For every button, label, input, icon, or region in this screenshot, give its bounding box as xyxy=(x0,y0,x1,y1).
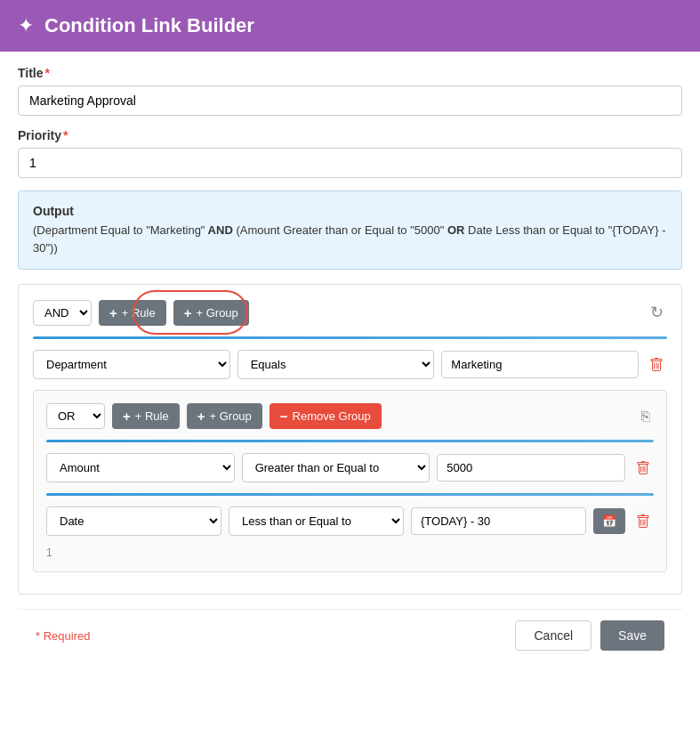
outer-blue-line xyxy=(33,336,667,339)
delete-department-rule-button[interactable] xyxy=(646,354,667,376)
delete-amount-rule-button[interactable] xyxy=(632,457,654,479)
app-icon: ✦ xyxy=(18,14,34,37)
inner-add-rule-label: + Rule xyxy=(135,409,169,423)
main-content: Title* Priority* Output (Department Equa… xyxy=(0,52,700,676)
inner-add-group-button[interactable]: + Group xyxy=(187,403,262,429)
amount-operator-select[interactable]: Greater than or Equal to Equals Less tha… xyxy=(242,453,430,482)
inner-toolbar-row: OR AND + Rule + Group Remove Group ⎘ xyxy=(46,403,654,429)
date-operator-select[interactable]: Less than or Equal to Equals Greater tha… xyxy=(229,506,404,536)
priority-input[interactable] xyxy=(18,148,682,178)
calendar-button[interactable]: 📅 xyxy=(593,508,625,534)
output-box: Output (Department Equal to "Marketing" … xyxy=(18,190,682,270)
title-label: Title* xyxy=(18,66,682,80)
add-group-label: + Group xyxy=(196,306,237,320)
inner-add-rule-button[interactable]: + Rule xyxy=(112,403,180,429)
outer-toolbar-row: AND OR + Rule + Group ↻ xyxy=(33,299,667,326)
footer: * Required Cancel Save xyxy=(18,609,682,661)
nested-group: OR AND + Rule + Group Remove Group ⎘ xyxy=(33,390,667,572)
date-rule-row: Date Department Amount Less than or Equa… xyxy=(46,506,654,536)
trash-icon-date xyxy=(636,514,650,529)
add-rule-label: + Rule xyxy=(122,306,156,320)
remove-group-label: Remove Group xyxy=(293,409,371,423)
output-part2: (Amount Greater than or Equal to "5000" xyxy=(236,223,444,237)
title-input[interactable] xyxy=(18,85,682,116)
amount-rule-row: Amount Department Date Greater than or E… xyxy=(46,453,654,482)
outer-logic-select[interactable]: AND OR xyxy=(33,300,92,326)
priority-group: Priority* xyxy=(18,128,682,178)
title-required-star: * xyxy=(45,66,50,80)
remove-group-button[interactable]: Remove Group xyxy=(270,403,382,429)
department-operator-select[interactable]: Equals Greater than or Equal to Less tha… xyxy=(237,350,435,379)
trash-icon-amount xyxy=(636,461,650,475)
output-or: OR xyxy=(444,223,468,237)
inner-blue-line xyxy=(46,440,654,442)
cancel-button[interactable]: Cancel xyxy=(515,620,591,651)
footer-buttons: Cancel Save xyxy=(515,620,664,651)
output-label: Output xyxy=(33,204,667,218)
delete-date-rule-button[interactable] xyxy=(632,511,654,532)
copy-group-button[interactable]: ⎘ xyxy=(638,405,654,428)
department-rule-row: Department Amount Date Equals Greater th… xyxy=(33,350,667,379)
amount-field-select[interactable]: Amount Department Date xyxy=(46,453,235,482)
inner-blue-line-2 xyxy=(46,493,654,496)
title-group: Title* xyxy=(18,66,682,116)
required-note: * Required xyxy=(36,629,90,643)
inner-add-group-label: + Group xyxy=(209,409,251,423)
priority-required-star: * xyxy=(63,128,68,142)
date-value-input[interactable] xyxy=(411,507,586,535)
add-group-button[interactable]: + Group xyxy=(173,300,249,326)
add-rule-button[interactable]: + Rule xyxy=(99,300,166,326)
header: ✦ Condition Link Builder xyxy=(0,0,700,52)
output-part1: (Department Equal to "Marketing" xyxy=(33,223,205,237)
page-number: 1 xyxy=(46,547,654,559)
output-and: AND xyxy=(205,223,236,237)
refresh-button[interactable]: ↻ xyxy=(647,299,667,326)
department-value-input[interactable] xyxy=(441,351,639,378)
page-title: Condition Link Builder xyxy=(44,14,254,37)
date-field-select[interactable]: Date Department Amount xyxy=(46,506,221,536)
department-field-select[interactable]: Department Amount Date xyxy=(33,350,230,379)
trash-icon xyxy=(649,358,664,372)
save-button[interactable]: Save xyxy=(600,620,664,651)
inner-logic-select[interactable]: OR AND xyxy=(46,403,105,429)
priority-label: Priority* xyxy=(18,128,682,142)
amount-value-input[interactable] xyxy=(437,454,625,482)
builder-container: AND OR + Rule + Group ↻ Department Amoun… xyxy=(18,284,682,595)
output-text: (Department Equal to "Marketing" AND (Am… xyxy=(33,222,667,256)
